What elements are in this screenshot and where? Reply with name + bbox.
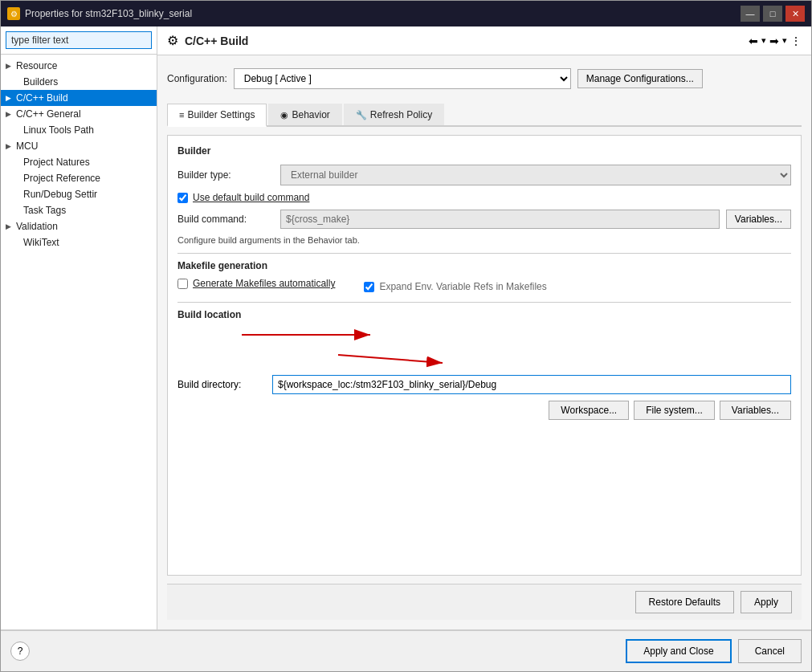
sidebar-item-label: Task Tags <box>23 205 66 216</box>
dialog-footer: ? Apply and Close Cancel <box>1 629 811 671</box>
close-button[interactable]: ✕ <box>785 6 805 22</box>
build-hint: Configure build arguments in the Behavio… <box>177 235 791 245</box>
config-row: Configuration: Debug [ Active ] Manage C… <box>167 65 802 92</box>
manage-configurations-button[interactable]: Manage Configurations... <box>577 69 703 88</box>
sidebar-item-mcu[interactable]: ▶ MCU <box>1 138 157 154</box>
sidebar-item-task-tags[interactable]: Task Tags <box>1 202 157 218</box>
bottom-buttons: Restore Defaults Apply <box>167 584 802 620</box>
sidebar-item-label: Resource <box>16 60 57 71</box>
sidebar-item-builders[interactable]: Builders <box>1 74 157 90</box>
sidebar-item-label: Run/Debug Settir <box>23 189 97 200</box>
help-button[interactable]: ? <box>10 641 30 661</box>
maximize-button[interactable]: □ <box>763 6 782 22</box>
generate-makefiles-checkbox[interactable] <box>177 279 188 289</box>
sidebar-item-label: Builders <box>23 76 58 88</box>
sidebar-item-label: C/C++ Build <box>16 92 68 104</box>
chevron-right-icon: ▶ <box>6 222 11 230</box>
build-dir-buttons: Workspace... File system... Variables... <box>177 401 791 420</box>
sidebar-item-label: Validation <box>16 221 58 232</box>
expand-env-row: Expand Env. Variable Refs in Makefiles <box>364 281 546 292</box>
tab-builder-settings[interactable]: ≡ Builder Settings <box>167 104 267 127</box>
sidebar: ▶ Resource Builders ▶ C/C++ Build ▶ C/C+… <box>1 26 157 629</box>
build-cmd-variables-button[interactable]: Variables... <box>726 210 791 229</box>
tabs-bar: ≡ Builder Settings ◉ Behavior 🔧 Refresh … <box>167 104 802 127</box>
file-system-button[interactable]: File system... <box>634 401 715 420</box>
nav-back-button[interactable]: ⬅ <box>749 35 758 47</box>
chevron-right-icon: ▶ <box>6 94 11 102</box>
window-icon: ⚙ <box>7 7 20 20</box>
content-header: ⚙ C/C++ Build ⬅ ▾ ➡ ▾ ⋮ <box>157 26 811 55</box>
sidebar-item-label: WikiText <box>23 237 59 248</box>
nav-forward-button[interactable]: ➡ <box>769 35 779 47</box>
builder-settings-tab-icon: ≡ <box>179 110 184 120</box>
filter-box <box>1 26 157 55</box>
footer-left: ? <box>10 639 619 663</box>
cancel-button[interactable]: Cancel <box>738 639 802 663</box>
config-select[interactable]: Debug [ Active ] <box>234 68 571 89</box>
build-cmd-label: Build command: <box>177 214 274 225</box>
build-cmd-input[interactable] <box>280 210 720 229</box>
build-dir-input[interactable] <box>272 375 791 394</box>
sidebar-item-label: Project Reference <box>23 173 100 184</box>
window-controls: — □ ✕ <box>741 6 805 22</box>
arrow-annotation <box>177 327 791 375</box>
build-dir-row: Build directory: <box>177 375 791 394</box>
sidebar-item-label: Linux Tools Path <box>23 124 94 136</box>
sidebar-item-project-natures[interactable]: Project Natures <box>1 154 157 170</box>
builder-type-select[interactable]: External builder <box>280 165 791 185</box>
right-panel: Configuration: Debug [ Active ] Manage C… <box>157 55 811 629</box>
arrow-svg <box>177 327 499 375</box>
main-window: ⚙ Properties for stm32F103_blinky_serial… <box>0 0 812 672</box>
sidebar-item-cpp-build[interactable]: ▶ C/C++ Build <box>1 90 157 106</box>
apply-button[interactable]: Apply <box>741 591 792 613</box>
sidebar-item-label: C/C++ General <box>16 108 81 120</box>
expand-env-checkbox[interactable] <box>364 282 374 292</box>
builder-section-title: Builder <box>177 145 791 157</box>
chevron-right-icon: ▶ <box>6 110 11 118</box>
apply-and-close-button[interactable]: Apply and Close <box>626 639 731 663</box>
sidebar-item-label: MCU <box>16 141 38 152</box>
nav-dropdown2-button[interactable]: ▾ <box>782 35 787 47</box>
build-dir-label: Build directory: <box>177 379 266 390</box>
restore-defaults-button[interactable]: Restore Defaults <box>635 591 734 613</box>
generate-makefiles-row: Generate Makefiles automatically <box>177 278 335 289</box>
build-cmd-row: Build command: Variables... <box>177 210 791 229</box>
build-variables-button[interactable]: Variables... <box>720 401 791 420</box>
builder-type-label: Builder type: <box>177 169 274 181</box>
makefile-row: Generate Makefiles automatically Expand … <box>177 278 791 295</box>
content-title: C/C++ Build <box>185 35 248 47</box>
generate-makefiles-label: Generate Makefiles automatically <box>193 278 335 289</box>
build-location-title: Build location <box>177 309 791 320</box>
tab-refresh-policy[interactable]: 🔧 Refresh Policy <box>344 104 444 125</box>
makefile-section-title: Makefile generation <box>177 260 791 271</box>
sidebar-item-run-debug[interactable]: Run/Debug Settir <box>1 186 157 202</box>
use-default-checkbox[interactable] <box>177 193 188 203</box>
sidebar-item-linux-tools[interactable]: Linux Tools Path <box>1 122 157 138</box>
use-default-row: Use default build command <box>177 192 791 203</box>
sidebar-item-validation[interactable]: ▶ Validation <box>1 218 157 234</box>
menu-button[interactable]: ⋮ <box>790 35 802 47</box>
config-label: Configuration: <box>167 73 227 84</box>
header-icon: ⚙ <box>167 33 178 48</box>
content-area: ⚙ C/C++ Build ⬅ ▾ ➡ ▾ ⋮ Configuration: D… <box>157 26 811 629</box>
tab-behavior[interactable]: ◉ Behavior <box>268 104 341 125</box>
sidebar-item-resource[interactable]: ▶ Resource <box>1 58 157 74</box>
sidebar-item-wikitext[interactable]: WikiText <box>1 234 157 250</box>
chevron-right-icon: ▶ <box>6 142 11 150</box>
behavior-tab-icon: ◉ <box>280 110 288 120</box>
title-bar-left: ⚙ Properties for stm32F103_blinky_serial <box>7 7 192 20</box>
use-default-label: Use default build command <box>193 192 309 203</box>
title-bar: ⚙ Properties for stm32F103_blinky_serial… <box>1 1 811 26</box>
refresh-policy-tab-icon: 🔧 <box>356 110 367 120</box>
nav-dropdown-button[interactable]: ▾ <box>761 35 766 47</box>
filter-input[interactable] <box>6 31 152 49</box>
sidebar-item-project-reference[interactable]: Project Reference <box>1 170 157 186</box>
main-content: ▶ Resource Builders ▶ C/C++ Build ▶ C/C+… <box>1 26 811 629</box>
tab-label: Behavior <box>292 109 329 120</box>
sidebar-item-cpp-general[interactable]: ▶ C/C++ General <box>1 106 157 122</box>
builder-type-row: Builder type: External builder <box>177 165 791 185</box>
tab-label: Refresh Policy <box>370 109 432 120</box>
window-title: Properties for stm32F103_blinky_serial <box>25 8 192 19</box>
minimize-button[interactable]: — <box>741 6 760 22</box>
workspace-button[interactable]: Workspace... <box>549 401 629 420</box>
